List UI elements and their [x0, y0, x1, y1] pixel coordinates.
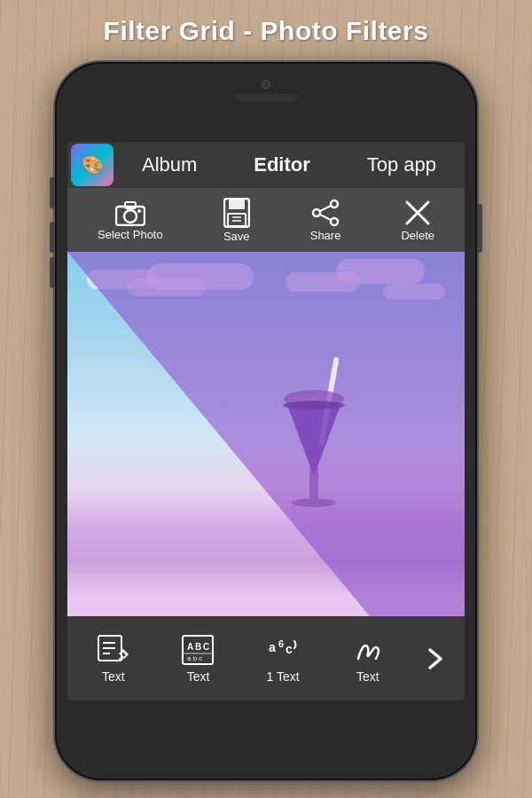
wood-background: Filter Grid - Photo Filters 🎨 Album Edit… — [0, 0, 532, 798]
svg-text:B: B — [195, 642, 201, 652]
select-photo-label: Select Photo — [98, 228, 163, 241]
tab-editor[interactable]: Editor — [246, 153, 317, 176]
svg-line-13 — [320, 215, 331, 220]
phone-speaker — [235, 94, 297, 101]
svg-point-3 — [137, 209, 141, 213]
purple-filter-overlay — [67, 252, 465, 616]
tab-topapp[interactable]: Top app — [360, 153, 443, 176]
bottom-text-1-button[interactable]: Text — [71, 634, 156, 684]
text-cursive-icon — [351, 634, 385, 666]
nav-tabs: Album Editor Top app — [113, 142, 465, 188]
photo-area — [67, 252, 465, 616]
bottom-text-3-label: 1 Text — [267, 669, 300, 684]
drink-glass — [274, 383, 354, 525]
svg-text:a: a — [269, 640, 276, 654]
share-label: Share — [310, 229, 341, 242]
app-logo-icon: 🎨 — [71, 144, 113, 186]
drink-glass-body — [287, 405, 340, 476]
bottom-text-3-button[interactable]: a 6 c 1 Text — [240, 634, 325, 684]
share-button[interactable]: Share — [310, 199, 341, 242]
svg-text:A: A — [187, 642, 193, 652]
svg-text:a b c: a b c — [187, 654, 202, 662]
svg-point-10 — [313, 209, 320, 216]
toolbar: Select Photo Save — [67, 188, 465, 252]
svg-text:6: 6 — [278, 638, 284, 649]
text-edit-icon — [97, 634, 130, 666]
app-nav: 🎨 Album Editor Top app — [67, 142, 465, 188]
page-title: Filter Grid - Photo Filters — [0, 16, 532, 46]
phone-frame: 🎨 Album Editor Top app — [55, 62, 477, 780]
bottom-text-4-label: Text — [356, 669, 379, 684]
save-icon — [223, 198, 250, 228]
svg-rect-6 — [228, 214, 246, 226]
app-logo: 🎨 — [71, 144, 113, 186]
save-button[interactable]: Save — [223, 198, 250, 243]
share-icon — [311, 199, 340, 227]
next-arrow-button[interactable] — [411, 646, 461, 671]
svg-line-12 — [320, 206, 331, 211]
drink-glass-stem — [309, 467, 318, 498]
bottom-text-4-button[interactable]: Text — [325, 634, 411, 684]
tab-album[interactable]: Album — [135, 153, 204, 176]
close-icon — [403, 199, 432, 227]
bottom-text-2-label: Text — [187, 669, 210, 684]
svg-rect-5 — [229, 199, 245, 209]
phone-top-bar — [55, 80, 477, 101]
bottom-text-2-button[interactable]: A B C a b c Text — [156, 634, 241, 684]
bottom-text-1-label: Text — [102, 669, 125, 684]
text-a6c-icon: a 6 c — [266, 634, 300, 666]
svg-point-1 — [124, 210, 137, 223]
delete-label: Delete — [401, 229, 434, 242]
phone-screen: 🎨 Album Editor Top app — [67, 142, 465, 700]
save-label: Save — [223, 230, 250, 243]
text-abc-icon: A B C a b c — [181, 634, 215, 666]
delete-button[interactable]: Delete — [401, 199, 434, 242]
select-photo-button[interactable]: Select Photo — [98, 200, 163, 241]
bottom-toolbar: Text A B C a b c Text — [67, 616, 465, 700]
svg-point-9 — [331, 200, 338, 207]
svg-text:C: C — [203, 642, 209, 652]
svg-point-11 — [331, 218, 338, 225]
phone-camera — [262, 80, 270, 89]
drink-glass-base — [292, 498, 336, 507]
svg-text:c: c — [286, 642, 293, 656]
camera-icon — [115, 200, 145, 226]
